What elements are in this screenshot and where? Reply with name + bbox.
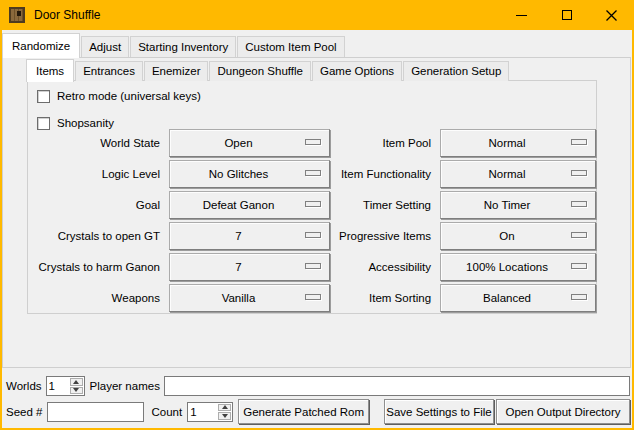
- door-icon: [9, 7, 25, 23]
- accessibility-value: 100% Locations: [466, 261, 548, 273]
- weapons-label: Weapons: [28, 284, 160, 312]
- dropdown-indicator-icon: [571, 232, 587, 238]
- goal-dropdown[interactable]: Defeat Ganon: [169, 191, 330, 219]
- crystals-gt-dropdown[interactable]: 7: [169, 222, 330, 250]
- dropdown-indicator-icon: [571, 170, 587, 176]
- world-state-dropdown[interactable]: Open: [169, 129, 330, 157]
- seed-input[interactable]: [47, 402, 144, 422]
- titlebar: Door Shuffle: [0, 0, 634, 30]
- maximize-icon: [562, 10, 572, 20]
- item-pool-label: Item Pool: [339, 129, 431, 157]
- count-spin-down-button[interactable]: [218, 412, 231, 420]
- progressive-items-dropdown[interactable]: On: [440, 222, 596, 250]
- spinner-up-icon: [73, 380, 79, 384]
- timer-setting-value: No Timer: [484, 199, 531, 211]
- count-label: Count: [151, 406, 182, 418]
- goal-label: Goal: [28, 191, 160, 219]
- close-button[interactable]: [589, 0, 634, 30]
- tab-entrances[interactable]: Entrances: [75, 61, 143, 81]
- world-state-label: World State: [28, 129, 160, 157]
- worlds-input[interactable]: [47, 377, 69, 395]
- tab-randomize[interactable]: Randomize: [2, 33, 80, 58]
- generate-patched-rom-button[interactable]: Generate Patched Rom: [238, 399, 369, 424]
- shopsanity-checkbox[interactable]: Shopsanity: [37, 116, 114, 130]
- crystals-ganon-label: Crystals to harm Ganon: [28, 253, 160, 281]
- item-functionality-value: Normal: [489, 168, 526, 180]
- count-input[interactable]: [188, 403, 217, 421]
- count-spin-up-button[interactable]: [218, 404, 231, 412]
- close-icon: [606, 10, 617, 21]
- item-pool-dropdown[interactable]: Normal: [440, 129, 596, 157]
- tab-dungeon-shuffle[interactable]: Dungeon Shuffle: [209, 61, 310, 81]
- items-pane: Retro mode (universal keys) Shopsanity W…: [27, 80, 597, 314]
- worlds-spin-down-button[interactable]: [70, 387, 83, 395]
- maximize-button[interactable]: [544, 0, 589, 30]
- worlds-label: Worlds: [6, 380, 42, 392]
- count-spinner-buttons: [217, 403, 232, 421]
- app-window: Door Shuffle Randomize Adjust Starting I…: [0, 0, 634, 430]
- weapons-dropdown[interactable]: Vanilla: [169, 284, 330, 312]
- spinner-down-icon: [73, 388, 79, 392]
- retro-mode-checkbox-box[interactable]: [37, 90, 50, 103]
- save-settings-button[interactable]: Save Settings to File: [384, 399, 494, 424]
- bottom-row-1: Worlds Player names: [6, 376, 630, 396]
- count-spinner: [187, 402, 233, 422]
- secondary-tab-bar: Items Entrances Enemizer Dungeon Shuffle…: [26, 58, 510, 81]
- dropdown-indicator-icon: [305, 294, 321, 300]
- dropdown-indicator-icon: [305, 263, 321, 269]
- tab-adjust[interactable]: Adjust: [81, 36, 129, 57]
- item-sorting-dropdown[interactable]: Balanced: [440, 284, 596, 312]
- weapons-value: Vanilla: [222, 292, 256, 304]
- crystals-ganon-dropdown[interactable]: 7: [169, 253, 330, 281]
- tab-game-options[interactable]: Game Options: [312, 61, 402, 81]
- dropdown-indicator-icon: [571, 294, 587, 300]
- world-state-value: Open: [224, 137, 252, 149]
- tab-custom-item-pool[interactable]: Custom Item Pool: [237, 36, 344, 57]
- randomize-pane: Items Entrances Enemizer Dungeon Shuffle…: [2, 57, 631, 368]
- retro-mode-checkbox[interactable]: Retro mode (universal keys): [37, 89, 201, 103]
- dropdown-indicator-icon: [305, 170, 321, 176]
- item-sorting-label: Item Sorting: [339, 284, 431, 312]
- accessibility-label: Accessibility: [339, 253, 431, 281]
- item-sorting-value: Balanced: [483, 292, 531, 304]
- timer-setting-dropdown[interactable]: No Timer: [440, 191, 596, 219]
- logic-level-value: No Glitches: [209, 168, 268, 180]
- progressive-items-value: On: [499, 230, 514, 242]
- seed-label: Seed #: [6, 406, 42, 418]
- dropdown-indicator-icon: [571, 201, 587, 207]
- worlds-spin-up-button[interactable]: [70, 378, 83, 386]
- accessibility-dropdown[interactable]: 100% Locations: [440, 253, 596, 281]
- timer-setting-label: Timer Setting: [339, 191, 431, 219]
- spinner-down-icon: [222, 414, 228, 418]
- tab-enemizer[interactable]: Enemizer: [144, 61, 209, 81]
- progressive-items-label: Progressive Items: [339, 222, 431, 250]
- dropdown-indicator-icon: [305, 232, 321, 238]
- crystals-ganon-value: 7: [235, 261, 241, 273]
- logic-level-dropdown[interactable]: No Glitches: [169, 160, 330, 188]
- goal-value: Defeat Ganon: [203, 199, 275, 211]
- logic-level-label: Logic Level: [28, 160, 160, 188]
- retro-mode-checkbox-label: Retro mode (universal keys): [57, 90, 201, 102]
- tab-starting-inventory[interactable]: Starting Inventory: [130, 36, 236, 57]
- item-pool-value: Normal: [489, 137, 526, 149]
- options-grid: World State Open Item Pool Normal Logic …: [28, 129, 593, 312]
- bottom-row-2: Seed # Count Generate Patched Rom Save S…: [6, 399, 630, 424]
- worlds-spinner-buttons: [69, 377, 84, 395]
- dropdown-indicator-icon: [305, 139, 321, 145]
- dropdown-indicator-icon: [571, 263, 587, 269]
- tab-items[interactable]: Items: [26, 59, 74, 82]
- minimize-button[interactable]: [499, 0, 544, 30]
- window-title: Door Shuffle: [34, 8, 101, 22]
- tab-generation-setup[interactable]: Generation Setup: [403, 61, 509, 81]
- open-output-directory-button[interactable]: Open Output Directory: [496, 399, 630, 424]
- item-functionality-dropdown[interactable]: Normal: [440, 160, 596, 188]
- player-names-label: Player names: [90, 380, 160, 392]
- crystals-gt-label: Crystals to open GT: [28, 222, 160, 250]
- worlds-spinner: [46, 376, 85, 396]
- dropdown-indicator-icon: [571, 139, 587, 145]
- crystals-gt-value: 7: [235, 230, 241, 242]
- shopsanity-checkbox-box[interactable]: [37, 117, 50, 130]
- window-body: Randomize Adjust Starting Inventory Cust…: [2, 30, 632, 428]
- player-names-input[interactable]: [164, 376, 630, 396]
- primary-tab-bar: Randomize Adjust Starting Inventory Cust…: [2, 32, 346, 57]
